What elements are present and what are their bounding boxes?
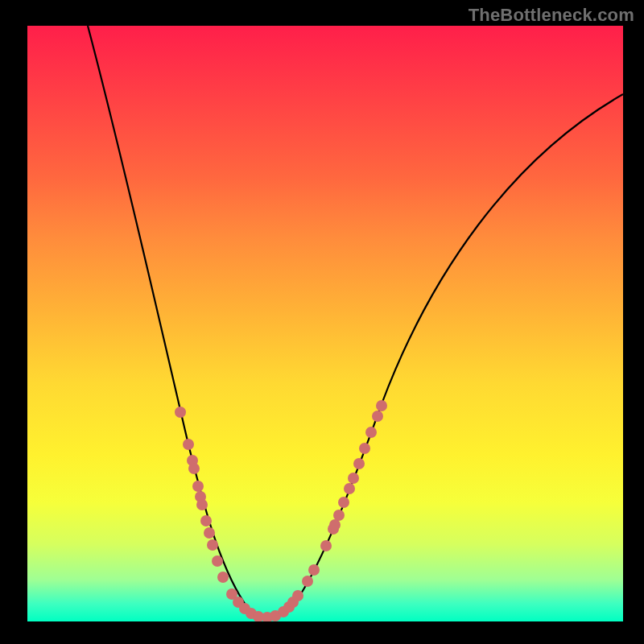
curve-svg — [27, 26, 623, 621]
curve-marker — [292, 590, 303, 601]
curve-marker — [348, 473, 359, 484]
curve-marker — [192, 481, 204, 492]
curve-marker — [376, 400, 387, 411]
curve-marker — [188, 463, 200, 474]
curve-marker — [320, 540, 332, 551]
curve-marker — [204, 527, 215, 539]
curve-marker — [365, 427, 377, 438]
curve-marker — [217, 572, 229, 583]
plot-area — [27, 26, 623, 621]
curve-marker — [344, 483, 355, 494]
curve-marker — [196, 499, 208, 510]
watermark-text: TheBottleneck.com — [469, 5, 634, 26]
curve-marker — [207, 539, 218, 551]
curve-marker — [359, 443, 370, 454]
curve-marker — [372, 411, 383, 422]
curve-marker — [308, 564, 320, 576]
curve-marker — [302, 576, 313, 587]
curve-marker — [183, 439, 194, 450]
curve-marker — [200, 515, 212, 526]
curve-marker — [175, 407, 186, 418]
curve-marker — [212, 555, 223, 567]
curve-marker — [353, 458, 365, 469]
curve-marker — [329, 519, 341, 530]
chart-frame: TheBottleneck.com — [0, 0, 644, 644]
bottleneck-curve — [88, 26, 623, 618]
curve-marker — [333, 510, 345, 521]
curve-marker — [338, 497, 349, 508]
